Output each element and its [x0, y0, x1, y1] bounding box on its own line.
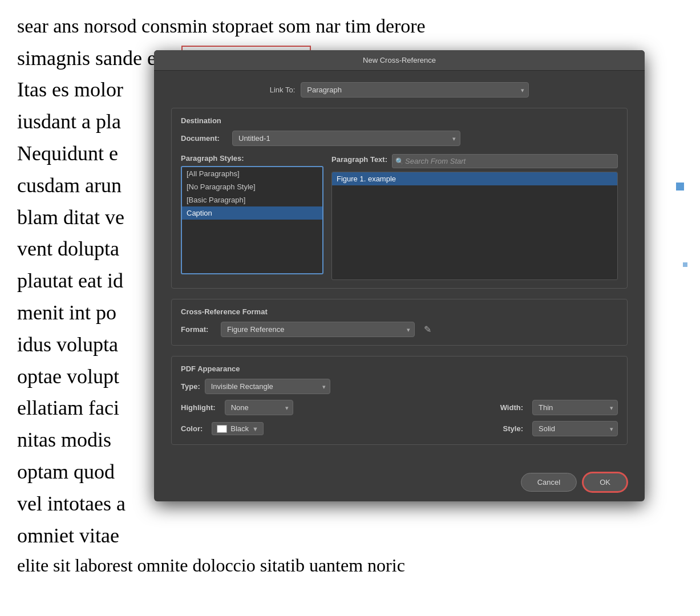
- highlight-select[interactable]: None: [225, 400, 293, 415]
- link-to-label: Link To:: [270, 86, 296, 94]
- paragraph-styles-header: Paragraph Styles:: [181, 154, 323, 163]
- color-style-row: Color: Black ▼ Style: Solid: [181, 421, 618, 436]
- cross-ref-format-section: Cross-Reference Format Format: Figure Re…: [171, 299, 628, 346]
- type-select[interactable]: Invisible Rectangle: [205, 379, 330, 394]
- paragraph-text-list[interactable]: Figure 1. example: [331, 172, 618, 280]
- destination-label: Destination: [181, 116, 618, 125]
- format-label: Format:: [181, 325, 215, 334]
- width-select-wrapper[interactable]: Thin: [532, 400, 618, 415]
- link-to-select-wrapper[interactable]: Paragraph: [301, 82, 529, 98]
- document-select[interactable]: Untitled-1: [232, 131, 460, 146]
- buttons-row: Cancel OK: [154, 467, 645, 501]
- color-value: Black: [230, 424, 249, 433]
- link-to-row: Link To: Paragraph: [171, 82, 628, 98]
- cancel-button[interactable]: Cancel: [521, 473, 577, 492]
- color-selector[interactable]: Black ▼: [212, 422, 264, 435]
- width-select[interactable]: Thin: [532, 400, 618, 415]
- dialog-title: New Cross-Reference: [363, 56, 436, 64]
- doc-line-1: sear ans norsod consmin stopraet som nar…: [17, 11, 683, 42]
- type-label: Type:: [181, 382, 200, 391]
- destination-section: Destination Document: Untitled-1 Paragra…: [171, 108, 628, 289]
- highlight-label: Highlight:: [181, 403, 216, 412]
- width-label: Width:: [500, 403, 523, 412]
- style-item-all[interactable]: [All Paragraphs]: [182, 167, 322, 180]
- paragraph-text-header: Paragraph Text:: [331, 155, 387, 164]
- highlight-width-row: Highlight: None Width: Thin: [181, 400, 618, 415]
- style-select-wrapper[interactable]: Solid: [532, 421, 618, 436]
- dialog-titlebar: New Cross-Reference: [154, 50, 645, 71]
- text-item-figure1[interactable]: Figure 1. example: [332, 172, 617, 185]
- dialog-body: Link To: Paragraph Destination Document:…: [154, 71, 645, 467]
- paragraph-styles-list[interactable]: [All Paragraphs] [No Paragraph Style] [B…: [181, 166, 323, 274]
- color-chevron-icon: ▼: [252, 425, 258, 432]
- style-label: Style:: [503, 424, 523, 433]
- doc-line-17: omniet vitae: [17, 520, 683, 552]
- paragraph-text-search[interactable]: [392, 154, 618, 168]
- style-item-basic[interactable]: [Basic Paragraph]: [182, 193, 322, 206]
- color-label: Color:: [181, 424, 203, 433]
- format-edit-button[interactable]: ✎: [420, 322, 435, 337]
- search-wrapper: 🔍: [392, 154, 618, 168]
- doc-line-18: elite sit laborest omnite doloccio sitat…: [17, 552, 683, 580]
- search-icon: 🔍: [395, 157, 404, 165]
- pdf-appearance-section: PDF Appearance Type: Invisible Rectangle…: [171, 356, 628, 445]
- highlight-select-wrapper[interactable]: None: [225, 400, 293, 415]
- document-select-wrapper[interactable]: Untitled-1: [232, 131, 460, 146]
- style-item-none[interactable]: [No Paragraph Style]: [182, 180, 322, 193]
- blue-handle-2: [683, 262, 687, 267]
- document-label: Document:: [181, 134, 226, 143]
- color-swatch: [217, 425, 227, 433]
- type-row: Type: Invisible Rectangle: [181, 379, 618, 394]
- cross-ref-format-label: Cross-Reference Format: [181, 307, 618, 316]
- format-select-wrapper[interactable]: Figure Reference: [221, 322, 415, 337]
- format-row: Format: Figure Reference ✎: [181, 322, 618, 337]
- style-item-caption[interactable]: Caption: [182, 206, 322, 220]
- blue-handle: [676, 183, 684, 191]
- document-row: Document: Untitled-1: [181, 131, 618, 146]
- type-select-wrapper[interactable]: Invisible Rectangle: [205, 379, 330, 394]
- two-col-section: Paragraph Styles: [All Paragraphs] [No P…: [181, 154, 618, 280]
- paragraph-styles-col: Paragraph Styles: [All Paragraphs] [No P…: [181, 154, 323, 280]
- new-cross-reference-dialog: New Cross-Reference Link To: Paragraph D…: [154, 50, 645, 501]
- pdf-appearance-label: PDF Appearance: [181, 364, 618, 373]
- style-select[interactable]: Solid: [532, 421, 618, 436]
- link-to-select[interactable]: Paragraph: [301, 82, 529, 98]
- ok-button[interactable]: OK: [582, 472, 628, 492]
- paragraph-text-col: Paragraph Text: 🔍 Figure 1. example: [331, 154, 618, 280]
- format-select[interactable]: Figure Reference: [221, 322, 415, 337]
